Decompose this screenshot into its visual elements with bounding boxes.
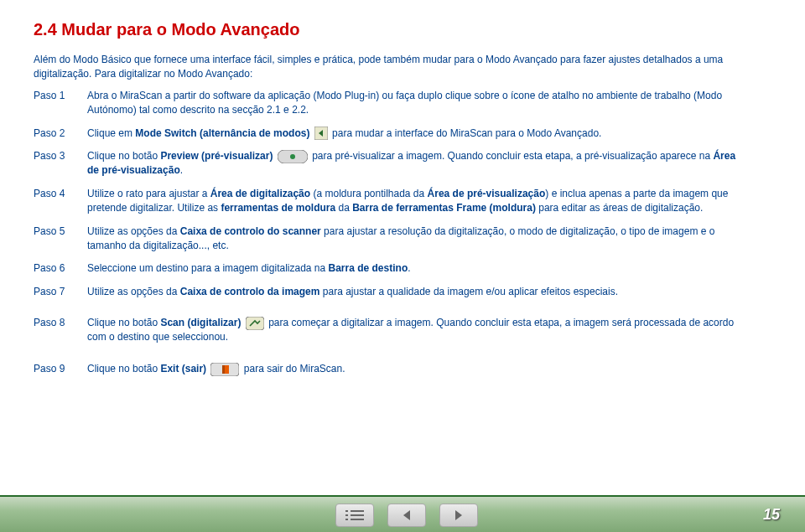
toc-button[interactable] [335,504,374,527]
step-row: Paso 5 Utilize as opções da Caixa de con… [34,225,746,262]
svg-rect-13 [351,519,364,520]
step-text: Utilize as opções da Caixa de controlo d… [87,285,746,307]
step-text: Clique em Mode Switch (alternância de mo… [87,127,746,149]
step-text: Clique no botão Scan (digitalizar) para … [87,316,746,354]
step-number: Paso 9 [34,362,87,385]
step-row: Paso 4 Utilize o rato para ajustar a Áre… [34,187,746,225]
intro-paragraph: Além do Modo Básico que fornece uma inte… [34,53,746,82]
svg-rect-4 [246,317,264,330]
step-row: Paso 1 Abra o MiraScan a partir do softw… [34,89,746,127]
svg-marker-15 [455,510,462,520]
page-number: 15 [763,506,780,524]
preview-button-icon [278,150,308,163]
svg-rect-10 [345,514,348,516]
svg-rect-11 [351,514,364,516]
svg-point-3 [290,154,295,159]
svg-rect-9 [351,510,364,512]
svg-rect-7 [222,365,225,374]
svg-marker-14 [403,510,410,520]
toc-icon [345,509,364,522]
step-text: Clique no botão Exit (sair) para sair do… [87,362,746,385]
step-row: Paso 6 Seleccione um destino para a imag… [34,261,746,284]
scan-button-icon [246,317,264,330]
step-text: Clique no botão Preview (pré-visualizar)… [87,149,746,187]
step-text: Seleccione um destino para a imagem digi… [87,261,746,284]
next-page-button[interactable] [439,504,478,527]
exit-button-icon [210,363,239,376]
mode-switch-icon [314,127,328,140]
step-row: Paso 7 Utilize as opções da Caixa de con… [34,285,746,307]
step-text: Utilize as opções da Caixa de controlo d… [87,225,746,262]
footer-bar: 15 [0,497,805,532]
step-number: Paso 8 [34,316,87,354]
step-text: Abra o MiraScan a partir do software da … [87,89,746,127]
step-number: Paso 1 [34,89,87,127]
steps-table: Paso 1 Abra o MiraScan a partir do softw… [34,89,746,385]
step-text: Utilize o rato para ajustar a Área de di… [87,187,746,225]
step-row: Paso 3 Clique no botão Preview (pré-visu… [34,149,746,187]
svg-rect-12 [345,519,348,520]
step-row: Paso 2 Clique em Mode Switch (alternânci… [34,127,746,149]
arrow-right-icon [452,509,465,522]
step-number: Paso 4 [34,187,87,225]
prev-page-button[interactable] [387,504,426,527]
svg-rect-8 [345,510,348,512]
step-row: Paso 8 Clique no botão Scan (digitalizar… [34,316,746,354]
arrow-left-icon [400,509,413,522]
section-heading: 2.4 Mudar para o Modo Avançado [34,20,746,39]
step-number: Paso 6 [34,261,87,284]
step-row: Paso 9 Clique no botão Exit (sair) para … [34,362,746,385]
step-number: Paso 2 [34,127,87,149]
step-number: Paso 3 [34,149,87,187]
step-number: Paso 7 [34,285,87,307]
step-number: Paso 5 [34,225,87,262]
